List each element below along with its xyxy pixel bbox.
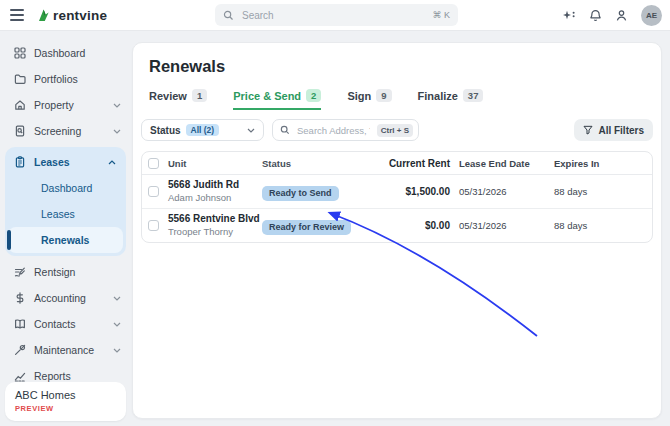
table-search[interactable]: Ctrl + S [272,119,419,141]
search-icon [280,125,290,135]
sidebar-item-contacts[interactable]: Contacts [0,311,131,337]
current-rent-cell: $0.00 [425,220,450,231]
status-badge: Ready for Review [262,220,351,235]
tab-price-and-send[interactable]: Price & Send 2 [233,89,321,110]
search-shortcut-badge: Ctrl + S [377,124,413,137]
sidebar-item-label: Reports [34,370,71,382]
screening-icon [14,125,26,137]
row-checkbox[interactable] [148,220,159,231]
hamburger-menu-icon[interactable] [10,9,24,21]
unit-cell: 5668 Judith Rd Adam Johnson [168,179,262,204]
status-cell: Ready to Send [262,182,388,201]
tab-label: Review [149,90,187,102]
table-header-row: Unit Status Current Rent Lease End Date … [142,152,652,175]
global-search-input[interactable] [240,9,426,22]
status-filter-label: Status [150,125,181,136]
search-shortcut-hint: ⌘ K [432,10,450,20]
notifications-bell-icon[interactable] [589,9,602,22]
table-row[interactable]: 5668 Judith Rd Adam Johnson Ready to Sen… [142,175,652,208]
sidebar-item-property[interactable]: Property [0,92,131,118]
sidebar-item-dashboard[interactable]: Dashboard [0,40,131,66]
property-icon [14,99,26,111]
lease-end-date-cell: 05/31/2026 [450,186,550,197]
maintenance-icon [14,344,26,356]
account-switcher[interactable]: ABC Homes PREVIEW [5,382,126,421]
sidebar-item-label: Property [34,99,74,111]
sidebar-subitem-renewals[interactable]: Renewals [8,227,123,253]
rentsign-icon [14,266,26,278]
tenant-name: Trooper Thorny [168,226,262,238]
ai-sparkle-icon[interactable] [562,10,576,22]
column-header-status: Status [262,158,388,169]
topbar: rentvine ⌘ K AE [0,0,670,31]
chevron-down-icon [113,322,121,327]
dashboard-icon [14,47,26,59]
all-filters-button[interactable]: All Filters [574,119,653,141]
status-filter-select[interactable]: Status All (2) [141,119,264,141]
sidebar-item-screening[interactable]: Screening [0,118,131,144]
sidebar-item-label: Contacts [34,318,75,330]
column-header-current-rent: Current Rent [389,158,450,169]
tab-review[interactable]: Review 1 [149,89,207,110]
tab-count-badge: 2 [306,89,321,102]
lease-end-date-cell: 05/31/2026 [450,220,550,231]
tab-label: Finalize [418,90,458,102]
sidebar-subitem-lease-dashboard[interactable]: Dashboard [8,175,123,201]
tenant-name: Adam Johnson [168,192,262,204]
select-all-checkbox[interactable] [148,158,159,169]
unit-cell: 5566 Rentvine Blvd Trooper Thorny [168,213,262,238]
unit-address: 5668 Judith Rd [168,179,262,192]
tab-sign[interactable]: Sign 9 [347,89,391,110]
sidebar-item-label: Screening [34,125,81,137]
row-checkbox[interactable] [148,186,159,197]
user-profile-icon[interactable] [615,9,628,22]
sidebar-subitem-leases[interactable]: Leases [8,201,123,227]
unit-address: 5566 Rentvine Blvd [168,213,262,226]
current-rent-cell: $1,500.00 [406,186,451,197]
status-filter-value-badge: All (2) [186,124,220,136]
preview-badge: PREVIEW [15,404,116,413]
topbar-actions: AE [562,0,662,31]
account-name: ABC Homes [15,389,116,401]
table-search-input[interactable] [295,124,372,137]
sidebar-item-label: Portfolios [34,73,78,85]
all-filters-label: All Filters [598,125,644,136]
brand-logo[interactable]: rentvine [36,8,107,23]
chevron-up-icon [108,160,116,165]
sidebar-item-leases[interactable]: Leases [5,149,126,175]
sidebar-item-label: Renewals [41,234,89,246]
column-header-unit: Unit [168,158,262,169]
active-indicator-bar [7,230,11,250]
brand-name: rentvine [53,8,107,23]
sidebar-item-label: Dashboard [41,182,92,194]
chevron-down-icon [113,348,121,353]
chevron-down-icon [113,296,121,301]
avatar[interactable]: AE [641,5,662,26]
sidebar-item-label: Accounting [34,292,86,304]
column-header-lease-end-date: Lease End Date [450,158,550,169]
table-row[interactable]: 5566 Rentvine Blvd Trooper Thorny Ready … [142,208,652,242]
funnel-icon [583,125,593,135]
expires-in-cell: 88 days [550,220,652,231]
leases-icon [14,156,26,168]
tab-finalize[interactable]: Finalize 37 [418,89,484,110]
portfolios-icon [14,73,26,85]
sidebar-item-accounting[interactable]: Accounting [0,285,131,311]
app-window: rentvine ⌘ K AE [0,0,670,426]
global-search[interactable]: ⌘ K [215,4,458,26]
sidebar-item-rentsign[interactable]: Rentsign [0,259,131,285]
tab-label: Sign [347,90,371,102]
renewals-table: Unit Status Current Rent Lease End Date … [141,151,653,243]
sidebar-item-label: Rentsign [34,266,75,278]
sidebar-item-portfolios[interactable]: Portfolios [0,66,131,92]
main-content: Renewals Review 1 Price & Send 2 Sign 9 … [132,42,662,419]
tab-count-badge: 9 [376,89,391,102]
renewals-tabs: Review 1 Price & Send 2 Sign 9 Finalize … [149,89,661,110]
status-cell: Ready for Review [262,216,388,235]
sidebar-item-label: Dashboard [34,47,85,59]
sidebar-item-maintenance[interactable]: Maintenance [0,337,131,363]
sidebar-item-label: Maintenance [34,344,94,356]
chevron-down-icon [247,128,255,133]
tab-count-badge: 1 [192,89,207,102]
search-icon [223,10,234,21]
